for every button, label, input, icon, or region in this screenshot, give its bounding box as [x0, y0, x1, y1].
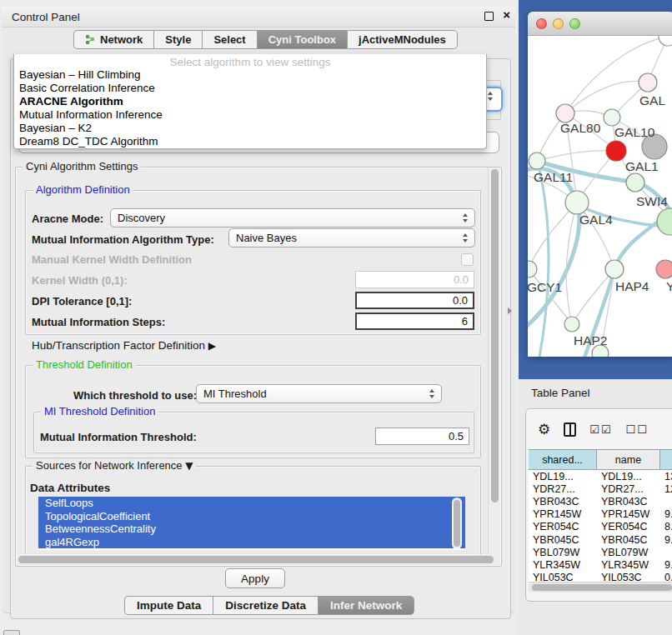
- combo-stepper: [429, 389, 434, 398]
- node-table: shared...nameA YDL19...YDL19...13YDR27..…: [529, 449, 672, 592]
- table-cell: YBL079W: [597, 546, 660, 558]
- close-traffic-light-icon[interactable]: [536, 18, 547, 29]
- combo-stepper: [463, 233, 468, 242]
- table-cell: YBR045C: [529, 533, 597, 546]
- table-row[interactable]: YPR145WYPR145W9.: [529, 508, 672, 521]
- table-row[interactable]: YER054CYER054C8.: [529, 521, 672, 533]
- network-node[interactable]: [528, 261, 537, 278]
- table-cell: YDR27...: [597, 482, 660, 495]
- unchecked-pair-icon[interactable]: ☐☐: [626, 424, 649, 435]
- data-attribute-item[interactable]: BetweennessCentrality: [38, 522, 465, 536]
- table-row[interactable]: YLR345WYLR345W9.: [529, 558, 672, 571]
- network-node[interactable]: [626, 173, 644, 192]
- table-panel-area: Table Panel ⚙ ☑☑ ☐☐ shared...nameA YDL19…: [519, 379, 672, 635]
- column-header[interactable]: shared...: [529, 450, 597, 469]
- tab-impute-data[interactable]: Impute Data: [124, 596, 213, 615]
- network-node[interactable]: [529, 152, 545, 169]
- table-row[interactable]: YIL053CYIL053C0.: [529, 572, 672, 582]
- dpi-tolerance-field[interactable]: 0.0: [355, 292, 474, 309]
- tab-network[interactable]: Network: [73, 30, 153, 49]
- data-attribute-item[interactable]: gal4RGexp: [38, 536, 465, 549]
- algorithm-option[interactable]: Basic Correlation Inference: [14, 82, 486, 95]
- sources-group-title[interactable]: Sources for Network Inference ▼: [33, 459, 196, 472]
- data-attribute-item[interactable]: TopologicalCoefficient: [38, 510, 465, 523]
- zoom-traffic-light-icon[interactable]: [569, 18, 580, 29]
- panel-splitter-handle[interactable]: [508, 308, 512, 314]
- manual-kernel-checkbox[interactable]: [461, 253, 474, 266]
- network-node[interactable]: [659, 36, 672, 46]
- network-node-label: GCY1: [528, 280, 562, 294]
- tab-label: Discretize Data: [225, 599, 306, 612]
- settings-hscrollbar-thumb[interactable]: [18, 556, 494, 563]
- table-row[interactable]: YDR27...YDR27...12: [529, 482, 672, 495]
- table-row[interactable]: YDL19...YDL19...13: [529, 470, 672, 482]
- close-icon[interactable]: ×: [503, 8, 510, 22]
- network-node[interactable]: [556, 104, 574, 122]
- network-node[interactable]: [606, 141, 626, 161]
- data-attribute-item[interactable]: SelfLoops: [38, 497, 465, 510]
- table-cell: 12: [660, 482, 672, 495]
- which-threshold-value: MI Threshold: [203, 388, 267, 400]
- algorithm-option[interactable]: Bayesian – Hill Climbing: [14, 68, 486, 82]
- table-row[interactable]: YBR043CYBR043C: [529, 495, 672, 508]
- algorithm-option[interactable]: Bayesian – K2: [14, 122, 486, 135]
- which-threshold-label: Which threshold to use:: [73, 389, 197, 402]
- network-node[interactable]: [565, 191, 589, 214]
- settings-vscrollbar-thumb[interactable]: [491, 169, 499, 502]
- network-edge-highlighted[interactable]: [533, 162, 549, 357]
- checked-pair-icon[interactable]: ☑☑: [589, 424, 612, 435]
- algorithm-option[interactable]: ARACNE Algorithm: [14, 95, 486, 108]
- network-window-titlebar[interactable]: [528, 12, 672, 36]
- gear-icon[interactable]: ⚙: [538, 422, 550, 437]
- tab-style[interactable]: Style: [153, 30, 202, 49]
- network-node[interactable]: [656, 260, 672, 278]
- tab-discretize-data[interactable]: Discretize Data: [213, 596, 318, 615]
- column-header[interactable]: name: [597, 450, 660, 469]
- which-threshold-combo[interactable]: MI Threshold: [196, 384, 442, 403]
- network-node[interactable]: [657, 208, 672, 235]
- apply-button[interactable]: Apply: [225, 568, 285, 588]
- table-hscrollbar-thumb[interactable]: [532, 584, 672, 591]
- minimized-panel-button[interactable]: [3, 630, 20, 635]
- tab-label: Cyni Toolbox: [268, 33, 336, 46]
- aracne-mode-combo[interactable]: Discovery: [110, 208, 475, 228]
- tab-cyni-toolbox[interactable]: Cyni Toolbox: [257, 30, 347, 49]
- table-toolbar: ⚙ ☑☑ ☐☐: [526, 409, 672, 449]
- split-columns-icon[interactable]: [564, 422, 576, 437]
- mi-type-combo[interactable]: Naive Bayes: [228, 228, 475, 248]
- mi-threshold-field[interactable]: 0.5: [375, 428, 469, 445]
- network-node[interactable]: [639, 73, 657, 92]
- hub-definition-expander[interactable]: Hub/Transcription Factor Definition ▶: [32, 339, 216, 352]
- mi-steps-field[interactable]: 6: [355, 312, 474, 330]
- algorithm-option[interactable]: Mutual Information Inference: [14, 108, 486, 122]
- table-cell: 0.: [660, 572, 672, 582]
- table-cell: 9.: [660, 508, 672, 521]
- float-window-icon[interactable]: [484, 12, 494, 21]
- table-cell: 9.: [660, 533, 672, 546]
- tab-jactivemnodules[interactable]: jActiveMNodules: [347, 30, 458, 49]
- network-edge[interactable]: [537, 151, 616, 161]
- network-node[interactable]: [604, 109, 620, 126]
- network-node[interactable]: [564, 317, 579, 332]
- attributes-scrollbar-track[interactable]: [452, 498, 462, 549]
- network-graph[interactable]: GALGAL80GAL10GAL1GAL11SWI4GAL4GCY1HAP4YH…: [528, 36, 672, 357]
- network-canvas[interactable]: GALGAL80GAL10GAL1GAL11SWI4GAL4GCY1HAP4YH…: [528, 36, 672, 357]
- tab-select[interactable]: Select: [202, 30, 256, 49]
- tab-infer-network[interactable]: Infer Network: [318, 596, 414, 615]
- kernel-width-label: Kernel Width (0,1):: [32, 274, 128, 287]
- settings-hscrollbar-track[interactable]: [17, 554, 499, 564]
- table-hscrollbar-track[interactable]: [529, 582, 672, 592]
- tab-label: Network: [100, 33, 143, 46]
- settings-vscrollbar-track[interactable]: [488, 168, 500, 553]
- column-header[interactable]: A: [660, 450, 672, 469]
- network-edge[interactable]: [572, 269, 614, 324]
- table-row[interactable]: YBL079WYBL079W: [529, 546, 672, 558]
- minimize-traffic-light-icon[interactable]: [553, 18, 564, 29]
- network-node[interactable]: [605, 260, 624, 278]
- combo-stepper: [463, 213, 468, 222]
- dpi-tolerance-value: 0.0: [453, 294, 468, 307]
- attributes-scrollbar-thumb[interactable]: [454, 500, 460, 547]
- table-cell: [660, 495, 672, 508]
- table-row[interactable]: YBR045CYBR045C9.: [529, 533, 672, 546]
- algorithm-option[interactable]: Dream8 DC_TDC Algorithm: [14, 135, 486, 148]
